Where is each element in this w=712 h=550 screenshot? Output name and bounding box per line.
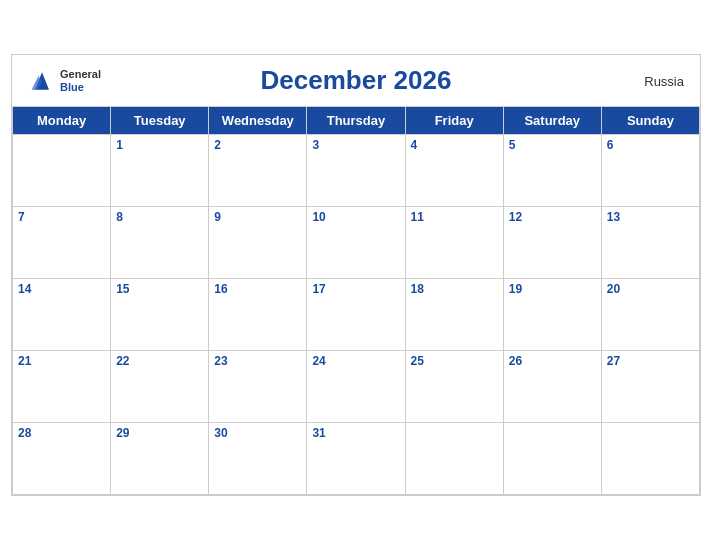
calendar-week-row: 14151617181920	[13, 279, 700, 351]
day-number: 16	[214, 282, 301, 296]
day-number: 31	[312, 426, 399, 440]
calendar-day-cell: 7	[13, 207, 111, 279]
logo: General Blue	[28, 67, 101, 95]
day-number: 14	[18, 282, 105, 296]
calendar-day-cell: 5	[503, 135, 601, 207]
day-number: 25	[411, 354, 498, 368]
calendar-day-cell: 10	[307, 207, 405, 279]
calendar-day-cell: 6	[601, 135, 699, 207]
calendar-header: General Blue December 2026 Russia	[12, 55, 700, 106]
weekday-tuesday: Tuesday	[111, 107, 209, 135]
calendar-day-cell: 2	[209, 135, 307, 207]
calendar-day-cell: 24	[307, 351, 405, 423]
calendar-table: Monday Tuesday Wednesday Thursday Friday…	[12, 106, 700, 495]
day-number: 28	[18, 426, 105, 440]
day-number: 8	[116, 210, 203, 224]
weekday-friday: Friday	[405, 107, 503, 135]
calendar-day-cell: 20	[601, 279, 699, 351]
day-number: 5	[509, 138, 596, 152]
day-number: 23	[214, 354, 301, 368]
calendar-day-cell: 9	[209, 207, 307, 279]
calendar-day-cell: 8	[111, 207, 209, 279]
calendar-day-cell: 28	[13, 423, 111, 495]
calendar-day-cell: 1	[111, 135, 209, 207]
calendar-day-cell	[13, 135, 111, 207]
day-number: 17	[312, 282, 399, 296]
day-number: 19	[509, 282, 596, 296]
calendar-week-row: 78910111213	[13, 207, 700, 279]
weekday-wednesday: Wednesday	[209, 107, 307, 135]
calendar-day-cell: 23	[209, 351, 307, 423]
calendar-day-cell: 21	[13, 351, 111, 423]
day-number: 10	[312, 210, 399, 224]
day-number: 20	[607, 282, 694, 296]
calendar-day-cell: 25	[405, 351, 503, 423]
day-number: 26	[509, 354, 596, 368]
weekday-monday: Monday	[13, 107, 111, 135]
calendar-day-cell: 11	[405, 207, 503, 279]
day-number: 1	[116, 138, 203, 152]
day-number: 30	[214, 426, 301, 440]
logo-text: General Blue	[60, 68, 101, 92]
calendar: General Blue December 2026 Russia Monday…	[11, 54, 701, 496]
calendar-day-cell: 29	[111, 423, 209, 495]
day-number: 27	[607, 354, 694, 368]
day-number: 2	[214, 138, 301, 152]
calendar-day-cell: 30	[209, 423, 307, 495]
weekday-sunday: Sunday	[601, 107, 699, 135]
calendar-day-cell: 4	[405, 135, 503, 207]
day-number: 4	[411, 138, 498, 152]
day-number: 22	[116, 354, 203, 368]
country-label: Russia	[644, 73, 684, 88]
calendar-week-row: 28293031	[13, 423, 700, 495]
calendar-day-cell	[503, 423, 601, 495]
calendar-day-cell: 17	[307, 279, 405, 351]
calendar-day-cell: 13	[601, 207, 699, 279]
weekday-thursday: Thursday	[307, 107, 405, 135]
day-number: 6	[607, 138, 694, 152]
calendar-body: 1234567891011121314151617181920212223242…	[13, 135, 700, 495]
day-number: 12	[509, 210, 596, 224]
calendar-week-row: 123456	[13, 135, 700, 207]
day-number: 3	[312, 138, 399, 152]
calendar-day-cell	[601, 423, 699, 495]
calendar-day-cell: 19	[503, 279, 601, 351]
calendar-day-cell: 15	[111, 279, 209, 351]
calendar-day-cell: 31	[307, 423, 405, 495]
logo-icon	[28, 67, 56, 95]
calendar-day-cell: 26	[503, 351, 601, 423]
day-number: 7	[18, 210, 105, 224]
day-number: 15	[116, 282, 203, 296]
calendar-title: December 2026	[261, 65, 452, 96]
calendar-day-cell: 14	[13, 279, 111, 351]
calendar-day-cell: 22	[111, 351, 209, 423]
calendar-week-row: 21222324252627	[13, 351, 700, 423]
day-number: 29	[116, 426, 203, 440]
day-number: 21	[18, 354, 105, 368]
calendar-day-cell: 3	[307, 135, 405, 207]
calendar-day-cell: 16	[209, 279, 307, 351]
day-number: 9	[214, 210, 301, 224]
weekday-saturday: Saturday	[503, 107, 601, 135]
calendar-weekdays: Monday Tuesday Wednesday Thursday Friday…	[13, 107, 700, 135]
day-number: 24	[312, 354, 399, 368]
day-number: 11	[411, 210, 498, 224]
calendar-day-cell: 12	[503, 207, 601, 279]
calendar-day-cell: 27	[601, 351, 699, 423]
day-number: 13	[607, 210, 694, 224]
calendar-day-cell	[405, 423, 503, 495]
calendar-day-cell: 18	[405, 279, 503, 351]
day-number: 18	[411, 282, 498, 296]
